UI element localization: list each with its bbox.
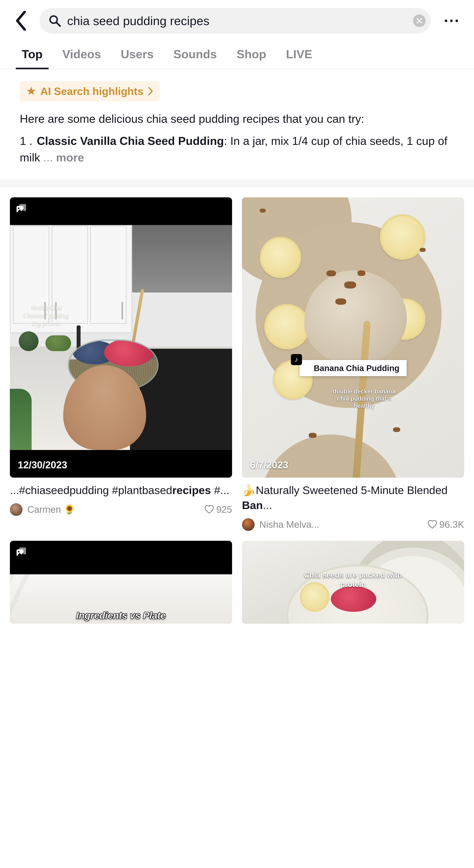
tab-top[interactable]: Top	[22, 48, 43, 69]
video-thumbnail[interactable]: ♪ Banana Chia Pudding double decker bana…	[242, 197, 464, 477]
more-options-button[interactable]	[440, 12, 462, 30]
close-icon	[416, 18, 422, 24]
clear-search-button[interactable]	[413, 14, 425, 27]
tab-sounds[interactable]: Sounds	[173, 48, 217, 69]
video-date: 12/30/2023	[18, 459, 67, 471]
video-card[interactable]: ♪ Banana Chia Pudding double decker bana…	[242, 197, 464, 531]
tab-shop[interactable]: Shop	[237, 48, 266, 69]
svg-point-4	[18, 208, 20, 209]
video-caption: 🍌Naturally Sweetened 5-Minute Blended Ba…	[242, 483, 464, 513]
chevron-left-icon	[15, 11, 27, 31]
video-meta: Carmen 🌻 925	[10, 503, 232, 516]
ai-intro-text: Here are some delicious chia seed puddin…	[20, 111, 454, 127]
username[interactable]: Nisha Melva...	[259, 519, 423, 530]
chevron-right-icon	[148, 87, 153, 95]
ai-highlights-pill[interactable]: AI Search highlights	[20, 81, 160, 101]
video-card[interactable]: Ingredients vs Plate	[10, 541, 232, 624]
back-button[interactable]	[12, 12, 30, 30]
results-grid: Vanilla Chai Chiaseed pudding 21g protei…	[0, 187, 474, 633]
avatar[interactable]	[10, 503, 23, 516]
thumbnail-overlay-text: Ingredients vs Plate	[76, 610, 166, 621]
search-icon	[49, 14, 61, 27]
heart-icon	[204, 505, 214, 514]
video-caption: ...#chiaseedpudding #plantbasedrecipes #…	[10, 483, 232, 498]
video-thumbnail[interactable]: Vanilla Chai Chiaseed pudding 21g protei…	[10, 197, 232, 477]
carousel-icon	[16, 203, 27, 214]
like-count[interactable]: 925	[204, 504, 232, 515]
thumbnail-overlay-text: double decker banana chia pudding that's…	[309, 388, 419, 409]
thumbnail-overlay-text: Vanilla Chai Chiaseed pudding 21g protei…	[23, 304, 69, 328]
svg-point-7	[18, 551, 20, 552]
video-card[interactable]: Chia seeds are packed with protein	[242, 541, 464, 624]
carousel-icon	[16, 547, 27, 558]
ai-item-number: 1 .	[20, 133, 34, 149]
ai-recipe-item: 1 . Classic Vanilla Chia Seed Pudding: I…	[20, 133, 454, 166]
ai-highlights-section: AI Search highlights Here are some delic…	[0, 69, 474, 180]
avatar[interactable]	[242, 518, 255, 531]
header	[0, 0, 474, 39]
video-card[interactable]: Vanilla Chai Chiaseed pudding 21g protei…	[10, 197, 232, 531]
search-bar[interactable]	[39, 8, 431, 34]
svg-line-1	[57, 22, 60, 26]
search-input[interactable]	[67, 14, 407, 28]
ai-ellipsis: ...	[43, 151, 53, 164]
svg-rect-6	[19, 547, 26, 554]
heart-icon	[427, 520, 437, 529]
tab-users[interactable]: Users	[121, 48, 154, 69]
tiktok-badge-icon: ♪	[291, 354, 302, 365]
ai-pill-label: AI Search highlights	[40, 85, 143, 97]
like-count[interactable]: 96.3K	[427, 519, 464, 530]
tab-live[interactable]: LIVE	[286, 48, 312, 69]
ai-more-link[interactable]: more	[53, 151, 84, 164]
search-tabs: Top Videos Users Sounds Shop LIVE	[0, 39, 474, 69]
sparkle-icon	[27, 87, 36, 96]
video-thumbnail[interactable]: Chia seeds are packed with protein	[242, 541, 464, 624]
ai-item-title: Classic Vanilla Chia Seed Pudding	[37, 134, 224, 147]
thumbnail-overlay-text: Chia seeds are packed with protein	[294, 570, 412, 589]
section-divider	[0, 180, 474, 187]
video-meta: Nisha Melva... 96.3K	[242, 518, 464, 531]
video-thumbnail[interactable]: Ingredients vs Plate	[10, 541, 232, 624]
username[interactable]: Carmen 🌻	[27, 504, 200, 515]
dots-icon	[445, 20, 447, 22]
tab-videos[interactable]: Videos	[62, 48, 101, 69]
svg-rect-3	[19, 204, 26, 211]
video-date: 6/7/2023	[250, 459, 288, 471]
thumbnail-label: ♪ Banana Chia Pudding	[299, 360, 407, 376]
